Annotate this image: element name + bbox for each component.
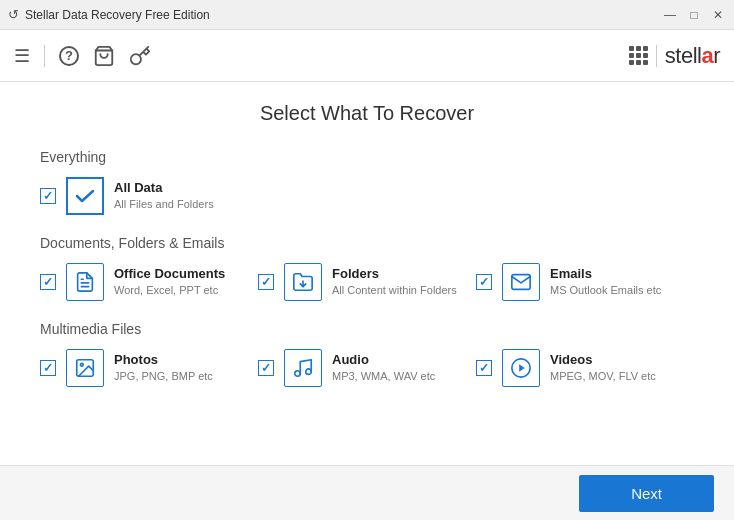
videos-icon	[502, 349, 540, 387]
checkbox-office-docs[interactable]: ✓	[40, 274, 56, 290]
checkmark-svg	[73, 184, 97, 208]
item-videos: ✓ Videos MPEG, MOV, FLV etc	[476, 349, 694, 387]
section-label-documents: Documents, Folders & Emails	[40, 235, 694, 251]
folder-svg	[292, 271, 314, 293]
audio-svg	[292, 357, 314, 379]
apps-grid-icon[interactable]	[629, 46, 648, 65]
main-content: Select What To Recover Everything ✓ All …	[0, 82, 734, 465]
menu-icon[interactable]: ☰	[14, 45, 30, 67]
svg-point-5	[80, 363, 83, 366]
emails-icon	[502, 263, 540, 301]
checkbox-check-photos: ✓	[43, 362, 53, 374]
item-office-docs: ✓ Office Documents Word, Excel, PPT etc	[40, 263, 258, 301]
doc-svg	[74, 271, 96, 293]
checkbox-check-folders: ✓	[261, 276, 271, 288]
svg-marker-9	[519, 364, 525, 371]
checkbox-all-data[interactable]: ✓	[40, 188, 56, 204]
cart-icon[interactable]	[93, 45, 115, 67]
videos-desc: MPEG, MOV, FLV etc	[550, 369, 656, 384]
section-everything: Everything ✓ All Data All Files and Fold…	[40, 149, 694, 215]
checkbox-check: ✓	[43, 190, 53, 202]
section-documents: Documents, Folders & Emails ✓ Office Doc…	[40, 235, 694, 301]
checkbox-check-audio: ✓	[261, 362, 271, 374]
checkbox-emails[interactable]: ✓	[476, 274, 492, 290]
checkbox-check-emails: ✓	[479, 276, 489, 288]
all-data-icon-check[interactable]	[66, 177, 104, 215]
all-data-name: All Data	[114, 180, 214, 197]
next-button[interactable]: Next	[579, 475, 714, 512]
checkbox-all-data-wrapper: ✓	[40, 188, 56, 204]
stellar-logo: stellar	[665, 43, 720, 69]
documents-items-row: ✓ Office Documents Word, Excel, PPT etc …	[40, 263, 694, 301]
item-audio: ✓ Audio MP3, WMA, WAV etc	[258, 349, 476, 387]
folders-text: Folders All Content within Folders	[332, 266, 457, 298]
toolbar: ☰ ? stellar	[0, 30, 734, 82]
toolbar-left: ☰ ?	[14, 45, 151, 67]
office-docs-name: Office Documents	[114, 266, 225, 283]
audio-icon	[284, 349, 322, 387]
folders-icon	[284, 263, 322, 301]
checkbox-photos[interactable]: ✓	[40, 360, 56, 376]
audio-desc: MP3, WMA, WAV etc	[332, 369, 435, 384]
photos-name: Photos	[114, 352, 213, 369]
folders-name: Folders	[332, 266, 457, 283]
office-docs-desc: Word, Excel, PPT etc	[114, 283, 225, 298]
logo-divider	[656, 45, 657, 67]
emails-text: Emails MS Outlook Emails etc	[550, 266, 661, 298]
help-icon[interactable]: ?	[59, 46, 79, 66]
close-button[interactable]: ✕	[710, 7, 726, 23]
email-svg	[510, 271, 532, 293]
section-label-everything: Everything	[40, 149, 694, 165]
item-emails: ✓ Emails MS Outlook Emails etc	[476, 263, 694, 301]
page-title: Select What To Recover	[40, 102, 694, 125]
folders-desc: All Content within Folders	[332, 283, 457, 298]
maximize-button[interactable]: □	[686, 7, 702, 23]
photos-desc: JPG, PNG, BMP etc	[114, 369, 213, 384]
videos-text: Videos MPEG, MOV, FLV etc	[550, 352, 656, 384]
all-data-desc: All Files and Folders	[114, 197, 214, 212]
svg-point-6	[295, 371, 301, 377]
app-icon: ↺	[8, 7, 19, 22]
section-multimedia: Multimedia Files ✓ Photos JPG, PNG, BMP …	[40, 321, 694, 387]
minimize-button[interactable]: —	[662, 7, 678, 23]
office-docs-icon	[66, 263, 104, 301]
footer: Next	[0, 465, 734, 520]
title-bar-controls: — □ ✕	[662, 7, 726, 23]
checkbox-folders[interactable]: ✓	[258, 274, 274, 290]
photo-svg	[74, 357, 96, 379]
multimedia-items-row: ✓ Photos JPG, PNG, BMP etc ✓	[40, 349, 694, 387]
section-label-multimedia: Multimedia Files	[40, 321, 694, 337]
audio-text: Audio MP3, WMA, WAV etc	[332, 352, 435, 384]
audio-name: Audio	[332, 352, 435, 369]
title-bar-text: Stellar Data Recovery Free Edition	[25, 8, 210, 22]
item-all-data: ✓ All Data All Files and Folders	[40, 177, 694, 215]
emails-desc: MS Outlook Emails etc	[550, 283, 661, 298]
title-bar: ↺ Stellar Data Recovery Free Edition — □…	[0, 0, 734, 30]
checkbox-check-videos: ✓	[479, 362, 489, 374]
photos-text: Photos JPG, PNG, BMP etc	[114, 352, 213, 384]
checkbox-audio[interactable]: ✓	[258, 360, 274, 376]
everything-items-row: ✓ All Data All Files and Folders	[40, 177, 694, 215]
item-folders: ✓ Folders All Content within Folders	[258, 263, 476, 301]
checkbox-videos[interactable]: ✓	[476, 360, 492, 376]
toolbar-right: stellar	[629, 43, 720, 69]
toolbar-divider	[44, 45, 45, 67]
title-bar-left: ↺ Stellar Data Recovery Free Edition	[8, 7, 210, 22]
videos-name: Videos	[550, 352, 656, 369]
item-photos: ✓ Photos JPG, PNG, BMP etc	[40, 349, 258, 387]
office-docs-text: Office Documents Word, Excel, PPT etc	[114, 266, 225, 298]
svg-point-7	[306, 369, 312, 375]
checkbox-check-office: ✓	[43, 276, 53, 288]
video-svg	[510, 357, 532, 379]
emails-name: Emails	[550, 266, 661, 283]
photos-icon	[66, 349, 104, 387]
all-data-text: All Data All Files and Folders	[114, 180, 214, 212]
key-icon[interactable]	[129, 45, 151, 67]
